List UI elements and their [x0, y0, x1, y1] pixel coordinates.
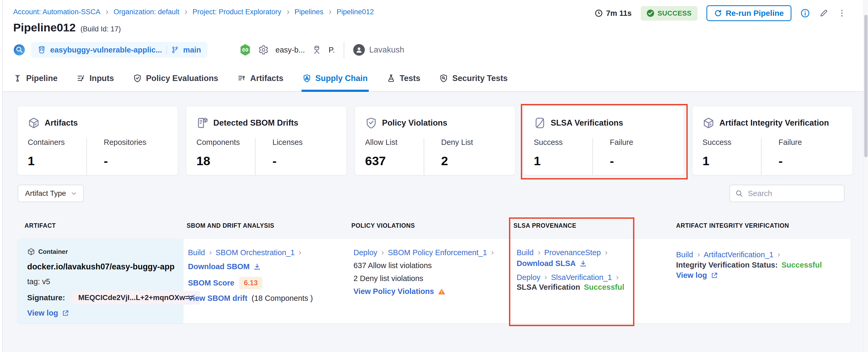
chevron-right-icon: [327, 9, 333, 15]
tab-inputs[interactable]: Inputs: [76, 65, 114, 91]
allow-list-violations: 637 Allow list violations: [353, 261, 498, 270]
container-cube-icon: [27, 248, 35, 256]
sbom-score-value: 6.13: [239, 277, 263, 289]
branch-name: main: [183, 46, 201, 54]
supply-chain-icon: [303, 74, 311, 83]
download-sbom-link[interactable]: Download SBOM: [188, 262, 250, 271]
chevron-right-icon: [540, 275, 551, 280]
view-log-link[interactable]: View log: [27, 309, 58, 317]
chevron-right-icon: [693, 252, 704, 258]
integrity-column: Build ArtifactVerification_1 Integrity V…: [676, 239, 822, 323]
table-header-row: ARTIFACT SBOM AND DRIFT ANALYSIS POLICY …: [3, 222, 864, 233]
breadcrumb-project[interactable]: Project: Product Exploratory: [192, 8, 281, 16]
edit-pencil-icon[interactable]: [819, 8, 828, 18]
col-header-policy: POLICY VIOLATIONS: [351, 222, 415, 229]
breadcrumb-pipelines[interactable]: Pipelines: [294, 8, 324, 16]
header-controls: 7m 11s SUCCESS Re-run Pipeline: [594, 5, 846, 21]
policy-stage-link[interactable]: Deploy: [353, 248, 377, 257]
clock-icon: [594, 9, 603, 18]
external-link-icon: [707, 272, 718, 279]
artifact-image-name: docker.io/lavakush07/easy-buggy-app: [27, 262, 200, 271]
search-input[interactable]: [747, 189, 839, 198]
col-header-slsa: SLSA PROVENANCE: [514, 222, 576, 229]
search-icon: [735, 189, 743, 197]
shield-check-icon: [133, 74, 142, 83]
search-box: [730, 185, 844, 202]
col-header-artifact: ARTIFACT: [25, 222, 56, 229]
artifact-verification-step-link[interactable]: ArtifactVerification_1: [704, 250, 774, 259]
signature-value[interactable]: MEQCICde2VjI...L+2+mqnOXw==: [72, 291, 200, 305]
slsa-status-value: Successful: [584, 283, 624, 292]
inputs-icon: [76, 74, 85, 83]
sbom-score-link[interactable]: SBOM Score: [188, 279, 235, 287]
view-sbom-drift-link[interactable]: View SBOM drift: [188, 294, 247, 303]
page-title: Pipeline012: [13, 21, 76, 34]
refresh-icon: [714, 9, 722, 17]
pipeline-icon: [13, 74, 22, 83]
avatar[interactable]: [353, 44, 365, 56]
breadcrumb-account[interactable]: Account: Automation-SSCA: [13, 8, 100, 16]
tab-artifacts[interactable]: Artifacts: [237, 65, 283, 91]
chevron-right-icon: [285, 9, 291, 15]
sbom-step-link[interactable]: SBOM Orchestration_1: [216, 248, 295, 257]
chevron-right-icon: [183, 9, 189, 15]
supply-chain-content: Artifacts Containers1 Repositories- Dete…: [3, 92, 864, 352]
download-icon: [250, 263, 261, 270]
duration-value: 7m 11s: [606, 9, 632, 18]
execution-meta-row: easybuggy-vulnerable-applic... main easy…: [13, 41, 404, 59]
tab-supply-chain[interactable]: Supply Chain: [303, 65, 368, 91]
slsa-badge-icon: [534, 117, 546, 129]
scrollbar-track[interactable]: [864, 0, 868, 352]
policy-step-link[interactable]: SBOM Policy Enforcement_1: [388, 248, 487, 257]
trigger-label[interactable]: easy-b...: [276, 46, 305, 54]
rerun-pipeline-button[interactable]: Re-run Pipeline: [707, 5, 792, 21]
repo-pill[interactable]: easybuggy-vulnerable-applic... main: [31, 42, 208, 58]
pill-divider: [166, 45, 167, 55]
artifact-type-badge: Container: [38, 248, 68, 255]
shield-search-icon: [439, 74, 448, 83]
warning-triangle-icon: [434, 288, 445, 295]
kebab-menu-icon[interactable]: [837, 9, 846, 18]
chevron-right-icon: [487, 250, 498, 255]
slsa-verification-step-link[interactable]: SlsaVerification_1: [551, 273, 612, 282]
slsa-deploy-stage-link[interactable]: Deploy: [517, 273, 540, 282]
integrity-stage-link[interactable]: Build: [676, 250, 693, 259]
tab-pipeline[interactable]: Pipeline: [13, 65, 58, 91]
cube-icon: [28, 117, 40, 129]
view-log-link[interactable]: View log: [676, 271, 707, 280]
chevron-right-icon: [601, 250, 611, 255]
scrollbar-thumb[interactable]: [864, 15, 867, 157]
view-policy-violations-link[interactable]: View Policy Violations: [353, 287, 434, 296]
integrity-status-label: Integrity Verification Status:: [676, 261, 778, 269]
artifacts-list-icon: [237, 74, 246, 83]
breadcrumb-org[interactable]: Organization: default: [114, 8, 179, 16]
git-branch-icon: [171, 46, 179, 54]
chevron-right-icon: [104, 9, 110, 15]
info-icon[interactable]: [800, 8, 810, 18]
card-policy-violations: Policy Violations Allow List637 Deny Lis…: [355, 106, 515, 175]
sbom-stage-link[interactable]: Build: [188, 248, 205, 257]
provenance-step-link[interactable]: ProvenanceStep: [544, 248, 601, 257]
tab-security-tests[interactable]: Security Tests: [439, 65, 508, 91]
chevron-right-icon: [294, 250, 305, 255]
table-row: Container docker.io/lavakush07/easy-bugg…: [18, 239, 850, 323]
download-slsa-link[interactable]: Download SLSA: [517, 259, 576, 268]
user-name: Lavakush: [369, 45, 404, 55]
download-icon: [576, 260, 587, 267]
tab-policy-evaluations[interactable]: Policy Evaluations: [133, 65, 218, 91]
chevron-right-icon: [534, 250, 544, 255]
build-id: (Build Id: 17): [81, 25, 121, 33]
sbom-drift-components: (18 Components ): [252, 294, 313, 303]
artifact-column: Container docker.io/lavakush07/easy-bugg…: [27, 239, 200, 323]
trigger-owner: P.: [329, 46, 335, 54]
tab-bar: Pipeline Inputs Policy Evaluations Artif…: [3, 65, 864, 92]
artifact-type-select[interactable]: Artifact Type: [18, 185, 84, 202]
slsa-build-stage-link[interactable]: Build: [517, 248, 534, 257]
meta-divider: [344, 42, 344, 58]
card-slsa-verifications: SLSA Verifications Success1 Failure-: [524, 106, 684, 175]
policy-column: Deploy SBOM Policy Enforcement_1 637 All…: [353, 239, 498, 323]
sbom-column: Build SBOM Orchestration_1 Download SBOM…: [188, 239, 313, 323]
ci-module-icon: [13, 44, 25, 56]
breadcrumb-pipeline012[interactable]: Pipeline012: [337, 8, 374, 16]
tab-tests[interactable]: Tests: [387, 65, 421, 91]
